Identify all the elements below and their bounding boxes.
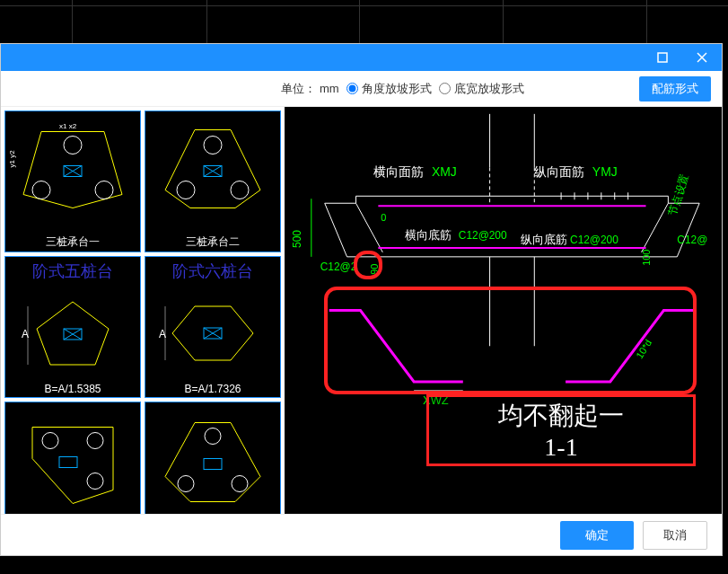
thumb-tri-1[interactable]: y1 y2 x1 x2 三桩承台一	[4, 110, 141, 252]
svg-marker-3	[23, 132, 122, 208]
label-spec2: C12@200	[570, 234, 618, 246]
svg-rect-40	[204, 459, 222, 470]
svg-marker-36	[165, 423, 260, 502]
radio-width-input[interactable]	[439, 83, 451, 94]
dialog: 单位：mm 角度放坡形式 底宽放坡形式 配筋形式	[0, 43, 723, 556]
svg-point-32	[42, 433, 58, 449]
svg-marker-19	[37, 302, 109, 365]
label-xmj: XMJ	[432, 164, 457, 179]
svg-point-6	[95, 181, 113, 199]
label-v-bot: 纵向底筋	[521, 233, 567, 246]
dim-500: 500	[291, 230, 303, 248]
thumb-label: B=A/1.7326	[145, 381, 280, 397]
svg-point-15	[231, 181, 249, 199]
svg-marker-31	[32, 428, 113, 504]
svg-rect-35	[59, 457, 77, 468]
svg-point-34	[87, 473, 103, 490]
svg-point-4	[64, 137, 82, 155]
titlebar	[1, 44, 722, 71]
thumb-title: 阶式五桩台	[5, 257, 140, 286]
label-h-bot: 横向底筋	[405, 228, 452, 242]
radio-angle-input[interactable]	[346, 83, 358, 94]
thumbnail-panel: y1 y2 x1 x2 三桩承台一 三桩承台二 阶式五桩台	[1, 107, 285, 514]
svg-rect-0	[658, 53, 667, 62]
cancel-button[interactable]: 取消	[643, 521, 707, 550]
radio-width[interactable]: 底宽放坡形式	[439, 81, 524, 97]
svg-point-33	[87, 433, 103, 449]
thumb-penta[interactable]: 阶式五桩台 A B=A/1.5385	[4, 256, 141, 398]
annotation-text-box: 均不翻起一 1-1	[426, 394, 696, 466]
svg-point-5	[32, 181, 50, 199]
svg-point-39	[232, 476, 248, 492]
dim-0: 0	[381, 212, 386, 223]
svg-point-38	[178, 476, 194, 492]
annotation-line1: 均不翻起一	[498, 399, 624, 433]
thumb-quad-3[interactable]: 不等边承台三	[145, 402, 281, 514]
annotation-box-large	[324, 287, 697, 394]
cad-background	[0, 0, 728, 43]
label-spec3: C12@	[677, 234, 707, 246]
label-spec4: C12@2	[320, 261, 357, 273]
label-node-cfg: 节点设置	[666, 172, 691, 217]
thumb-label: 三桩承台二	[145, 233, 280, 252]
thumb-tri-2[interactable]: 三桩承台二	[145, 110, 281, 252]
footer: 确定 取消	[1, 514, 722, 555]
label-ymj: YMJ	[592, 164, 618, 179]
thumb-label: B=A/1.5385	[5, 381, 140, 397]
unit-label: 单位：mm	[281, 81, 339, 97]
svg-point-37	[205, 428, 221, 445]
svg-text:y1 y2: y1 y2	[8, 150, 16, 168]
config-rebar-button[interactable]: 配筋形式	[639, 76, 711, 102]
thumb-hexa[interactable]: 阶式六桩台 A B=A/1.7326	[145, 256, 281, 398]
label-h-top: 横向面筋	[373, 164, 424, 179]
svg-point-14	[177, 181, 195, 199]
maximize-button[interactable]	[643, 44, 682, 71]
close-button[interactable]	[682, 44, 722, 71]
thumb-title: 阶式六桩台	[145, 257, 280, 286]
annotation-box-small	[354, 251, 382, 279]
toolbar: 单位：mm 角度放坡形式 底宽放坡形式 配筋形式	[1, 71, 722, 107]
annotation-line2: 1-1	[544, 433, 577, 462]
radio-angle[interactable]: 角度放坡形式	[346, 81, 432, 97]
thumb-label: 三桩承台一	[5, 233, 140, 252]
label-spec1: C12@200	[459, 229, 507, 242]
ok-button[interactable]: 确定	[560, 521, 634, 550]
thumb-quad-2[interactable]: 不等边承台二	[4, 402, 141, 514]
dim-100: 100	[641, 250, 652, 266]
preview-canvas: 500 0 横向面筋 XMJ 纵向面筋 YMJ 横向底筋 C12@200 纵向底…	[285, 107, 722, 514]
content: y1 y2 x1 x2 三桩承台一 三桩承台二 阶式五桩台	[1, 107, 722, 514]
label-v-top: 纵向面筋	[534, 164, 584, 179]
svg-text:x1 x2: x1 x2	[59, 122, 77, 130]
svg-point-13	[204, 137, 222, 155]
